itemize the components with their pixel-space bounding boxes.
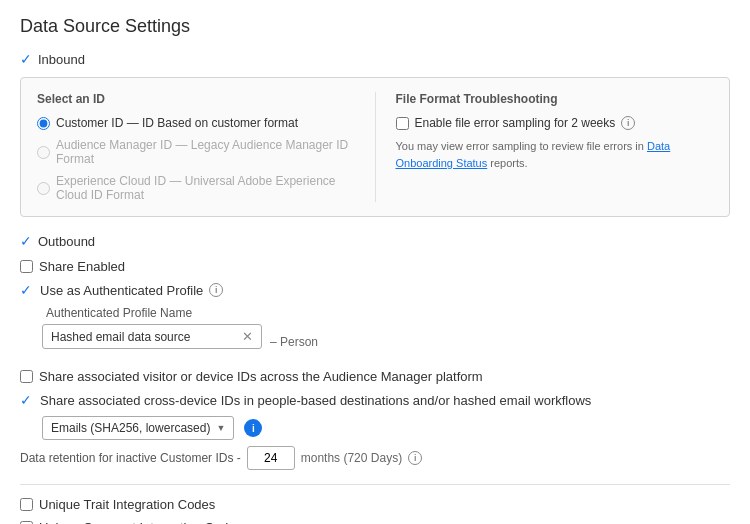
inbound-label: Inbound	[38, 52, 85, 67]
enable-sampling-checkbox[interactable]	[396, 117, 409, 130]
radio-customer-id[interactable]: Customer ID — ID Based on customer forma…	[37, 116, 355, 130]
retention-input[interactable]	[247, 446, 295, 470]
unique-trait-checkbox[interactable]	[20, 498, 33, 511]
retention-row: Data retention for inactive Customer IDs…	[20, 446, 730, 470]
radio-audience-manager-id-input[interactable]	[37, 146, 50, 159]
share-cross-device-check-icon: ✓	[20, 392, 32, 408]
use-as-auth-info-icon[interactable]: i	[209, 283, 223, 297]
use-as-auth-check-icon: ✓	[20, 282, 32, 298]
outbound-check-icon: ✓	[20, 233, 32, 249]
dropdown-row: Emails (SHA256, lowercased) ▼ i	[42, 416, 730, 440]
auth-profile-name-input-wrapper: ✕	[42, 324, 262, 349]
radio-group: Customer ID — ID Based on customer forma…	[37, 116, 355, 202]
integration-section: Unique Trait Integration Codes Unique Se…	[20, 497, 730, 524]
radio-experience-cloud-id-input[interactable]	[37, 182, 50, 195]
use-as-auth-row: ✓ Use as Authenticated Profile i	[20, 282, 730, 298]
inbound-check-icon: ✓	[20, 51, 32, 67]
person-label: – Person	[270, 335, 318, 349]
file-format-label: File Format Troubleshooting	[396, 92, 714, 106]
unique-trait-label: Unique Trait Integration Codes	[39, 497, 215, 512]
outbound-header: ✓ Outbound	[20, 233, 730, 249]
retention-label-prefix: Data retention for inactive Customer IDs…	[20, 451, 241, 465]
email-type-info-icon[interactable]: i	[244, 419, 262, 437]
sampling-note: You may view error sampling to review fi…	[396, 138, 714, 171]
share-visitor-checkbox[interactable]	[20, 370, 33, 383]
sampling-note-suffix: reports.	[487, 157, 527, 169]
radio-customer-id-label: Customer ID — ID Based on customer forma…	[56, 116, 298, 130]
outbound-label: Outbound	[38, 234, 95, 249]
radio-experience-cloud-id-label: Experience Cloud ID — Universal Adobe Ex…	[56, 174, 355, 202]
share-visitor-row: Share associated visitor or device IDs a…	[20, 369, 730, 384]
retention-info-icon[interactable]: i	[408, 451, 422, 465]
email-type-dropdown[interactable]: Emails (SHA256, lowercased) ▼	[42, 416, 234, 440]
enable-sampling-label: Enable file error sampling for 2 weeks	[415, 116, 616, 130]
radio-audience-manager-id-label: Audience Manager ID — Legacy Audience Ma…	[56, 138, 355, 166]
inbound-left: Select an ID Customer ID — ID Based on c…	[37, 92, 376, 202]
radio-audience-manager-id[interactable]: Audience Manager ID — Legacy Audience Ma…	[37, 138, 355, 166]
divider	[20, 484, 730, 485]
retention-days-label: months (720 Days)	[301, 451, 402, 465]
dropdown-arrow-icon: ▼	[216, 423, 225, 433]
email-type-dropdown-value: Emails (SHA256, lowercased)	[51, 421, 210, 435]
use-as-auth-label: Use as Authenticated Profile	[40, 283, 203, 298]
share-enabled-checkbox[interactable]	[20, 260, 33, 273]
inbound-header: ✓ Inbound	[20, 51, 730, 67]
share-visitor-label: Share associated visitor or device IDs a…	[39, 369, 483, 384]
enable-sampling-row: Enable file error sampling for 2 weeks i	[396, 116, 714, 130]
page-title: Data Source Settings	[20, 16, 730, 37]
share-cross-device-row: ✓ Share associated cross-device IDs in p…	[20, 392, 730, 408]
unique-segment-label: Unique Segment Integration Codes	[39, 520, 242, 524]
share-cross-device-label: Share associated cross-device IDs in peo…	[40, 393, 591, 408]
radio-experience-cloud-id[interactable]: Experience Cloud ID — Universal Adobe Ex…	[37, 174, 355, 202]
unique-trait-row: Unique Trait Integration Codes	[20, 497, 730, 512]
outbound-section: ✓ Outbound Share Enabled ✓ Use as Authen…	[20, 233, 730, 470]
select-id-label: Select an ID	[37, 92, 355, 106]
inbound-right: File Format Troubleshooting Enable file …	[376, 92, 714, 202]
share-enabled-label: Share Enabled	[39, 259, 125, 274]
page-container: Data Source Settings ✓ Inbound Select an…	[0, 0, 750, 524]
auth-profile-name-input[interactable]	[51, 330, 238, 344]
unique-segment-row: Unique Segment Integration Codes	[20, 520, 730, 524]
auth-profile-name-clear-btn[interactable]: ✕	[242, 329, 253, 344]
auth-profile-name-label: Authenticated Profile Name	[46, 306, 730, 320]
enable-sampling-info-icon[interactable]: i	[621, 116, 635, 130]
inbound-box: Select an ID Customer ID — ID Based on c…	[20, 77, 730, 217]
share-enabled-row: Share Enabled	[20, 259, 730, 274]
radio-customer-id-input[interactable]	[37, 117, 50, 130]
sampling-note-text: You may view error sampling to review fi…	[396, 140, 647, 152]
